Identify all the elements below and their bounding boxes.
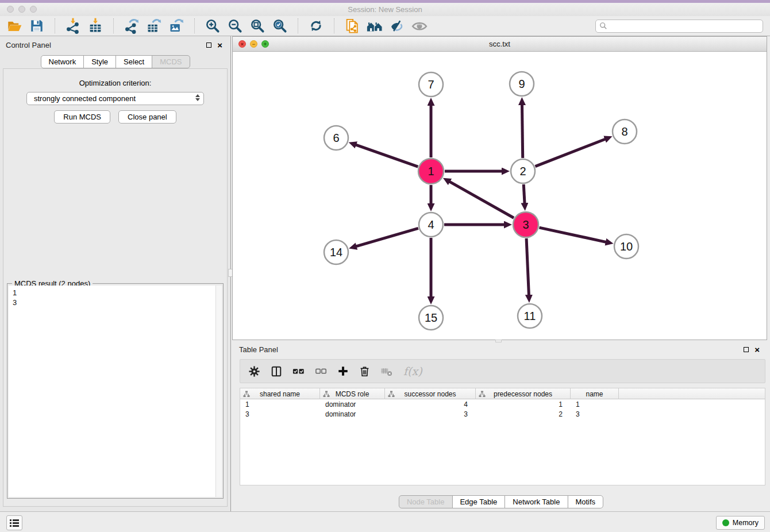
import-table-icon[interactable] xyxy=(87,17,104,34)
table-cell[interactable]: 3 xyxy=(385,410,476,419)
table-row[interactable]: 1dominator411 xyxy=(240,400,765,410)
result-scrollbar[interactable] xyxy=(215,286,222,497)
table-cell[interactable]: 1 xyxy=(240,400,320,410)
table-settings-icon[interactable] xyxy=(248,365,260,377)
graph-edge-2-8[interactable] xyxy=(535,139,606,167)
column-browser-icon[interactable] xyxy=(271,365,282,377)
node-table[interactable]: shared nameMCDS rolesuccessor nodesprede… xyxy=(240,388,765,485)
graph-node-7[interactable]: 7 xyxy=(419,72,443,97)
export-table-icon[interactable] xyxy=(145,17,163,34)
network-graph[interactable]: 7968124314101511 xyxy=(233,52,767,340)
table-cell[interactable]: 2 xyxy=(476,410,571,419)
delete-column-icon[interactable] xyxy=(359,365,370,377)
network-close-icon[interactable]: × xyxy=(238,40,246,48)
open-session-icon[interactable] xyxy=(6,17,23,34)
graph-node-4[interactable]: 4 xyxy=(419,213,443,237)
memory-button[interactable]: Memory xyxy=(716,516,765,530)
network-minimize-icon[interactable]: − xyxy=(250,40,257,48)
import-network-icon[interactable] xyxy=(64,17,82,34)
graph-node-10[interactable]: 10 xyxy=(614,234,638,259)
table-cell[interactable]: dominator xyxy=(320,410,385,419)
graph-edge-4-14[interactable] xyxy=(356,228,418,246)
close-panel-button[interactable]: Close panel xyxy=(118,110,176,124)
float-panel-icon[interactable] xyxy=(206,43,211,48)
graph-node-8[interactable]: 8 xyxy=(613,119,637,144)
graph-node-3[interactable]: 3 xyxy=(513,212,538,237)
tab-network[interactable]: Network xyxy=(40,55,84,68)
tab-mcds[interactable]: MCDS xyxy=(152,55,190,68)
graph-node-2[interactable]: 2 xyxy=(511,159,535,183)
criterion-dropdown[interactable]: strongly connected component xyxy=(26,92,204,105)
graph-node-14[interactable]: 14 xyxy=(324,240,348,264)
table-cell[interactable]: 1 xyxy=(476,400,571,410)
table-tab-motifs[interactable]: Motifs xyxy=(567,495,603,508)
svg-text:8: 8 xyxy=(621,125,627,138)
zoom-selected-icon[interactable] xyxy=(271,17,288,34)
tab-select[interactable]: Select xyxy=(116,55,152,68)
zoom-out-icon[interactable] xyxy=(226,17,244,34)
graph-node-11[interactable]: 11 xyxy=(518,304,542,328)
column-header-shared-name[interactable]: shared name xyxy=(240,388,320,399)
network-canvas[interactable]: 7968124314101511 xyxy=(233,52,767,340)
column-header-name[interactable]: name xyxy=(571,388,619,399)
svg-text:1: 1 xyxy=(428,165,434,178)
network-window-titlebar[interactable]: scc.txt × − + xyxy=(233,37,767,52)
graph-node-9[interactable]: 9 xyxy=(510,72,534,96)
svg-text:4: 4 xyxy=(428,218,434,231)
graph-edge-2-9[interactable] xyxy=(522,104,522,158)
zoom-fit-icon[interactable] xyxy=(249,17,266,34)
graph-node-1[interactable]: 1 xyxy=(418,159,444,184)
hide-selected-icon[interactable] xyxy=(388,17,406,34)
table-tab-network-table[interactable]: Network Table xyxy=(505,495,568,508)
graph-node-15[interactable]: 15 xyxy=(419,306,443,330)
delete-table-icon xyxy=(380,367,393,376)
mcds-result-box[interactable]: 13 xyxy=(9,286,222,497)
table-tab-node-table[interactable]: Node Table xyxy=(399,495,453,508)
table-tab-edge-table[interactable]: Edge Table xyxy=(452,495,505,508)
mcds-tab-content: Optimization criterion: strongly connect… xyxy=(3,68,228,507)
unselect-all-icon[interactable] xyxy=(315,367,327,375)
refresh-icon[interactable] xyxy=(307,17,325,34)
run-mcds-button[interactable]: Run MCDS xyxy=(54,110,110,124)
table-panel-title: Table Panel xyxy=(239,345,278,354)
select-all-icon[interactable] xyxy=(292,367,305,376)
graph-edge-3-10[interactable] xyxy=(539,228,606,242)
table-cell[interactable]: 4 xyxy=(385,400,476,410)
table-cell[interactable]: 3 xyxy=(240,410,320,419)
task-history-button[interactable] xyxy=(6,515,22,530)
new-network-from-selection-icon[interactable] xyxy=(344,17,361,34)
mcds-result-lines: 13 xyxy=(9,286,222,310)
float-table-panel-icon[interactable] xyxy=(744,347,749,352)
table-row[interactable]: 3dominator323 xyxy=(240,410,765,419)
result-line: 1 xyxy=(13,288,218,298)
graph-edge-3-11[interactable] xyxy=(526,238,529,296)
save-session-icon[interactable] xyxy=(28,17,45,34)
close-panel-icon[interactable]: × xyxy=(217,41,222,49)
nested-networks-icon[interactable] xyxy=(366,17,383,34)
svg-text:14: 14 xyxy=(330,246,342,259)
table-cell[interactable]: 1 xyxy=(571,400,619,410)
tab-style[interactable]: Style xyxy=(83,55,116,68)
add-column-icon[interactable] xyxy=(337,365,349,377)
result-line: 3 xyxy=(13,298,218,307)
column-header-predecessor-nodes[interactable]: predecessor nodes xyxy=(476,388,571,399)
network-maximize-icon[interactable]: + xyxy=(261,40,269,48)
column-header-successor-nodes[interactable]: successor nodes xyxy=(385,388,476,399)
table-cell[interactable]: dominator xyxy=(320,400,385,410)
list-icon xyxy=(10,519,19,527)
zoom-in-icon[interactable] xyxy=(204,17,221,34)
graph-edge-2-3[interactable] xyxy=(523,184,525,204)
export-network-icon[interactable] xyxy=(123,17,140,34)
column-header-label: name xyxy=(586,390,603,398)
close-table-panel-icon[interactable]: × xyxy=(754,346,760,353)
search-input[interactable] xyxy=(595,20,763,33)
table-cell[interactable]: 3 xyxy=(571,410,619,419)
column-header-label: shared name xyxy=(260,390,300,398)
export-image-icon[interactable] xyxy=(168,17,185,34)
graph-edge-1-6[interactable] xyxy=(355,145,418,167)
graph-edge-3-1[interactable] xyxy=(449,182,514,218)
main-toolbar xyxy=(0,16,770,36)
graph-node-6[interactable]: 6 xyxy=(324,126,348,150)
column-header-MCDS-role[interactable]: MCDS role xyxy=(320,388,385,399)
show-graphics-details-icon[interactable] xyxy=(411,17,428,34)
